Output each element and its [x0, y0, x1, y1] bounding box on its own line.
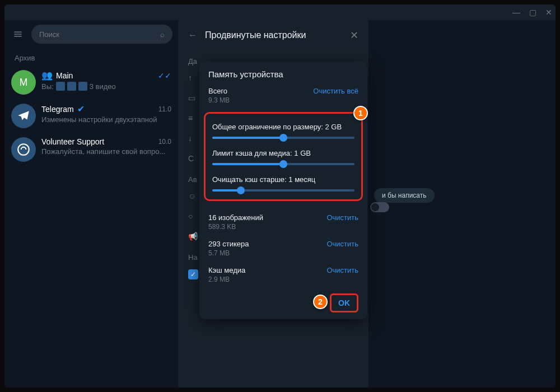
slider-track[interactable] [212, 137, 354, 139]
search-placeholder: Поиск [39, 30, 59, 39]
chat-preview: Пожалуйста, напишите свой вопро... [41, 147, 171, 156]
main-area: и бы написать ← Продвинутые настройки ✕ … [178, 20, 556, 388]
slider-track[interactable] [212, 163, 354, 165]
chat-preview: Вы: 3 видео [41, 82, 171, 91]
archive-label[interactable]: Архив [4, 48, 178, 66]
clear-all-button[interactable]: Очистить всё [313, 87, 358, 95]
minimize-button[interactable]: — [512, 8, 520, 17]
slider-total-limit[interactable]: Общее ограничение по размеру: 2 GB [212, 123, 354, 139]
cache-size: 589.3 KB [208, 223, 263, 231]
total-label: Всего [208, 87, 230, 95]
cache-size: 5.7 MB [208, 249, 249, 257]
chat-time: 10.0 [158, 138, 171, 146]
modal-title: Память устройства [199, 62, 367, 83]
clear-button[interactable]: Очистить [326, 213, 358, 222]
total-value: 9.3 MB [208, 96, 230, 104]
checkbox-checked-icon[interactable]: ✓ [188, 269, 198, 279]
maximize-button[interactable]: ▢ [529, 8, 536, 17]
download-icon: ↓ [188, 134, 199, 143]
ok-button[interactable]: OK [330, 293, 358, 312]
media-thumb [67, 82, 76, 91]
clear-button[interactable]: Очистить [326, 266, 358, 274]
chat-sidebar: Поиск ⌕ Архив M 👥 Main ✓✓ Вы: [4, 20, 178, 388]
search-input[interactable]: Поиск ⌕ [31, 25, 172, 44]
chat-row-telegram[interactable]: Telegram ✔ 11.0 Изменены настройки двухэ… [4, 99, 178, 133]
slider-label: Лимит кэша для медиа: 1 GB [212, 149, 354, 157]
clear-button[interactable]: Очистить [326, 240, 358, 248]
titlebar: — ▢ ✕ [4, 4, 556, 20]
cache-title: 293 стикера [208, 240, 249, 248]
settings-icon: С [188, 154, 199, 163]
folder-icon: ▭ [188, 94, 199, 102]
chat-preview: Изменены настройки двухэтапной [41, 115, 171, 124]
slider-cache-age[interactable]: Очищать кэш старше: 1 месяц [212, 175, 354, 192]
avatar [11, 104, 36, 128]
chat-name: Telegram [41, 105, 74, 114]
avatar [11, 137, 36, 162]
avatar: M [11, 70, 36, 95]
chat-row-main[interactable]: M 👥 Main ✓✓ Вы: 3 видео [4, 66, 178, 99]
cache-row-stickers: 293 стикера 5.7 MB Очистить [208, 235, 358, 262]
chat-name: Main [56, 71, 73, 80]
verified-icon: ✔ [77, 104, 85, 114]
slider-thumb[interactable] [279, 160, 287, 168]
megaphone-icon: 📢 [188, 232, 199, 241]
search-icon: ⌕ [160, 30, 165, 39]
slider-label: Очищать кэш старше: 1 месяц [212, 175, 354, 184]
cache-size: 2.9 MB [208, 276, 245, 283]
annotation-badge-2: 2 [313, 295, 328, 309]
chat-name: Volunteer Support [41, 137, 104, 146]
svg-point-3 [18, 144, 29, 155]
close-icon[interactable]: ✕ [350, 29, 358, 41]
cache-row-media: Кэш медиа 2.9 MB Очистить [208, 262, 358, 288]
cache-row-images: 16 изображений 589.3 KB Очистить [208, 209, 358, 235]
slider-label: Общее ограничение по размеру: 2 GB [212, 123, 354, 131]
compose-hint: и бы написать [374, 188, 435, 203]
slider-track[interactable] [212, 189, 354, 192]
upload-icon: ↑ [188, 73, 199, 82]
slider-media-limit[interactable]: Лимит кэша для медиа: 1 GB [212, 149, 354, 165]
toggle-switch[interactable] [370, 202, 389, 212]
read-checks-icon: ✓✓ [158, 71, 171, 80]
chat-time: 11.0 [158, 105, 171, 113]
media-thumb [56, 82, 65, 91]
storage-modal: Память устройства Всего 9.3 MB Очистить … [199, 62, 367, 319]
menu-icon[interactable] [10, 26, 26, 42]
close-window-button[interactable]: ✕ [545, 8, 552, 17]
slider-thumb[interactable] [237, 186, 245, 194]
sliders-highlight: 1 Общее ограничение по размеру: 2 GB Лим… [204, 112, 363, 201]
back-arrow-icon[interactable]: ← [188, 30, 197, 40]
cache-title: Кэш медиа [208, 266, 245, 274]
cache-title: 16 изображений [208, 213, 263, 222]
profile-icon: ☺ [188, 192, 199, 200]
settings-title: Продвинутые настройки [205, 30, 306, 40]
chat-row-volunteer[interactable]: Volunteer Support 10.0 Пожалуйста, напиш… [4, 133, 178, 166]
storage-icon: ≡ [188, 114, 199, 123]
media-thumb [78, 82, 87, 91]
slider-thumb[interactable] [279, 134, 287, 142]
row-icon: ○ [188, 212, 199, 221]
group-icon: 👥 [41, 70, 53, 81]
annotation-badge-1: 1 [353, 106, 368, 120]
